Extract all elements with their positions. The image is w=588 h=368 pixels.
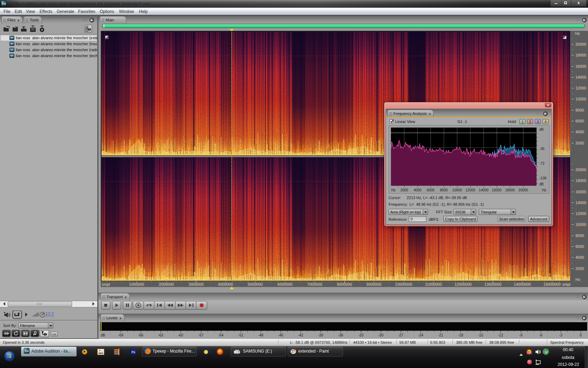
svg-text:-12: -12 [498, 333, 503, 337]
svg-text:-51: -51 [238, 333, 244, 337]
svg-text:-33: -33 [358, 333, 364, 337]
svg-text:7000000: 7000000 [307, 282, 322, 286]
svg-text:-60: -60 [178, 333, 183, 337]
svg-text:12000000: 12000000 [455, 282, 472, 286]
svg-text:4000: 4000 [575, 130, 584, 134]
svg-text:2000000: 2000000 [159, 282, 174, 286]
svg-text:-39: -39 [318, 333, 323, 337]
svg-text:2000: 2000 [575, 141, 584, 145]
svg-text:-15: -15 [478, 333, 483, 337]
svg-text:-72: -72 [539, 162, 545, 165]
svg-text:3000000: 3000000 [189, 282, 204, 286]
svg-text:13000000: 13000000 [484, 282, 502, 286]
svg-text:smpl: smpl [562, 282, 570, 286]
svg-text:16000: 16000 [575, 64, 586, 68]
svg-text:8000: 8000 [575, 233, 584, 238]
svg-text:1000000: 1000000 [129, 282, 144, 286]
svg-text:10000: 10000 [575, 97, 586, 101]
svg-text:6000: 6000 [575, 119, 584, 123]
svg-text:dB: dB [539, 182, 544, 186]
svg-text:10000000: 10000000 [395, 282, 412, 286]
svg-text:18000: 18000 [575, 178, 586, 183]
svg-text:20000: 20000 [575, 42, 586, 46]
svg-text:8000: 8000 [440, 188, 448, 192]
svg-text:-18: -18 [458, 333, 463, 337]
svg-text:5000000: 5000000 [248, 282, 263, 286]
svg-text:14000: 14000 [575, 75, 586, 79]
svg-text:-30: -30 [378, 333, 384, 337]
svg-text:16000: 16000 [575, 190, 586, 194]
svg-text:6000: 6000 [427, 188, 435, 192]
svg-text:12000: 12000 [465, 188, 475, 192]
svg-text:16000: 16000 [492, 188, 502, 192]
svg-text:20000: 20000 [575, 168, 586, 172]
svg-text:-6: -6 [539, 333, 542, 337]
svg-text:12000: 12000 [575, 211, 586, 216]
svg-text:-27: -27 [398, 333, 404, 337]
svg-text:8000: 8000 [575, 108, 584, 112]
svg-text:18000: 18000 [505, 188, 515, 192]
svg-text:18000: 18000 [575, 53, 586, 57]
svg-text:14000000: 14000000 [514, 282, 531, 286]
svg-text:11000000: 11000000 [425, 282, 442, 286]
svg-text:smpl: smpl [102, 282, 110, 286]
svg-text:6000000: 6000000 [278, 282, 293, 286]
svg-text:dB: dB [101, 333, 105, 337]
svg-text:4000: 4000 [414, 188, 422, 192]
svg-text:Hz: Hz [391, 188, 396, 192]
svg-text:-69: -69 [118, 333, 124, 337]
svg-text:20000: 20000 [518, 188, 528, 192]
svg-text:4000: 4000 [575, 255, 584, 259]
svg-text:-54: -54 [218, 333, 224, 337]
svg-text:Hz: Hz [575, 31, 580, 35]
svg-text:-108: -108 [539, 176, 546, 180]
svg-text:2000: 2000 [400, 188, 408, 192]
svg-text:6000: 6000 [575, 244, 584, 248]
svg-text:12000: 12000 [575, 86, 586, 90]
svg-text:-24: -24 [418, 333, 424, 337]
svg-text:-21: -21 [438, 333, 443, 337]
svg-text:-9: -9 [519, 333, 523, 337]
svg-text:10000: 10000 [575, 222, 586, 226]
svg-text:8000000: 8000000 [337, 282, 352, 286]
svg-text:-42: -42 [298, 333, 303, 337]
svg-text:-45: -45 [278, 333, 284, 337]
svg-text:-66: -66 [138, 333, 144, 337]
svg-text:-36: -36 [539, 147, 545, 151]
svg-text:9000000: 9000000 [366, 282, 382, 286]
svg-text:10000: 10000 [452, 188, 462, 192]
svg-text:Hz: Hz [542, 188, 546, 192]
svg-text:dB: dB [539, 128, 544, 131]
svg-text:-3: -3 [559, 333, 562, 337]
svg-text:14000: 14000 [575, 200, 586, 205]
svg-text:-57: -57 [198, 333, 204, 337]
svg-text:-36: -36 [338, 333, 343, 337]
svg-text:-48: -48 [258, 333, 264, 337]
svg-text:15000000: 15000000 [544, 282, 561, 286]
svg-text:-63: -63 [158, 333, 163, 337]
svg-text:14000: 14000 [479, 188, 489, 192]
svg-text:0: 0 [580, 333, 582, 337]
svg-text:2000: 2000 [575, 266, 584, 271]
